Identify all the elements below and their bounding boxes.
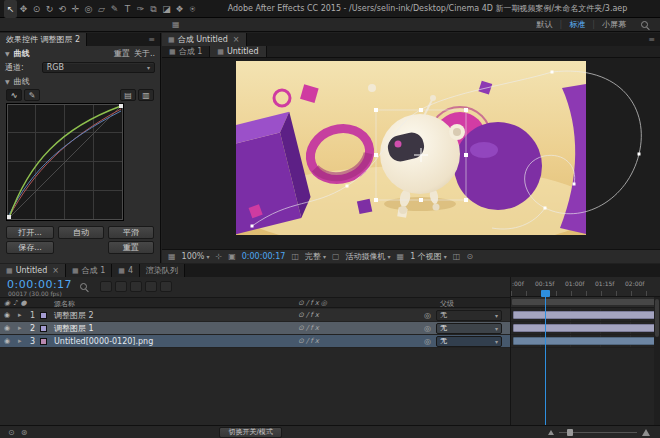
search-icon[interactable]: [641, 21, 648, 28]
timeline-vertical-scrollbar[interactable]: [654, 297, 660, 425]
source-name-header[interactable]: 源名称: [54, 299, 75, 309]
fx-switch-icon[interactable]: ∕fx: [306, 337, 321, 345]
about-effect-link[interactable]: 关于..: [134, 48, 155, 59]
roto-brush-tool-icon[interactable]: ❖: [173, 0, 186, 18]
camera-tool-icon[interactable]: ◎: [82, 0, 95, 18]
hand-tool-icon[interactable]: ✥: [17, 0, 30, 18]
layer-row-1[interactable]: ◉ ▸ 1 调整图层 2 ⊙∕fx ◎ 无▾: [0, 309, 510, 322]
view-layout-select[interactable]: 1 个视图 ▾: [410, 251, 447, 262]
layer-track-2[interactable]: [511, 322, 660, 335]
expand-icon[interactable]: ▸: [18, 322, 22, 335]
comp-timecode[interactable]: 0:00:00:17: [242, 252, 286, 261]
resolution-select[interactable]: 完整 ▾: [305, 251, 326, 262]
layer-switches[interactable]: ⊙∕fx: [298, 309, 321, 322]
workspace-tab-default[interactable]: 默认: [530, 18, 560, 32]
layer-track-1[interactable]: [511, 309, 660, 322]
fx-switch-icon[interactable]: ∕fx: [306, 324, 321, 332]
composition-viewer[interactable]: [162, 58, 660, 249]
layer-switches[interactable]: ⊙∕fx: [298, 322, 321, 335]
layer-name[interactable]: 调整图层 1: [54, 322, 94, 335]
layer-row-2[interactable]: ◉ ▸ 2 调整图层 1 ⊙∕fx ◎ 无▾: [0, 322, 510, 335]
brush-tool-icon[interactable]: ✑: [134, 0, 147, 18]
zoom-slider-handle[interactable]: [567, 429, 573, 436]
workspace-grid-icon[interactable]: ▦: [172, 20, 180, 29]
parent-header[interactable]: 父级: [440, 299, 454, 309]
reset-effect-link[interactable]: 重置: [114, 48, 130, 59]
orbit-camera-tool-icon[interactable]: ⟲: [56, 0, 69, 18]
eraser-tool-icon[interactable]: ◪: [160, 0, 173, 18]
eye-icon[interactable]: ◉: [4, 322, 10, 335]
reset-curve-button[interactable]: 重置: [108, 241, 154, 254]
layer-switches[interactable]: ⊙∕fx: [298, 335, 321, 348]
curve-options-icon[interactable]: ▥: [138, 89, 154, 101]
zoom-out-mountain-icon[interactable]: [548, 430, 554, 435]
mask-toggle-icon[interactable]: ▣: [228, 252, 236, 261]
frame-blend-icon[interactable]: [145, 281, 157, 292]
auto-button[interactable]: 自动: [58, 226, 104, 239]
zoom-slider-track[interactable]: [559, 432, 637, 433]
rotate-tool-icon[interactable]: ↻: [43, 0, 56, 18]
curve-preset-icon[interactable]: ▤: [120, 89, 136, 101]
parent-select[interactable]: 无▾: [436, 336, 502, 347]
tab-render-queue[interactable]: 渲染队列: [140, 264, 185, 277]
label-color-chip[interactable]: [40, 338, 47, 345]
panel-menu-icon[interactable]: ≡: [643, 33, 660, 46]
solo-icon[interactable]: ⊙: [298, 337, 306, 345]
timeline-zoom-control[interactable]: [548, 429, 650, 436]
type-tool-icon[interactable]: T: [121, 0, 134, 18]
tab-timeline-comp1[interactable]: ▦ 合成 1: [66, 264, 112, 277]
layer-duration-bar[interactable]: [513, 324, 658, 332]
curve-tool-icon[interactable]: ∿: [6, 89, 22, 101]
pixel-aspect-icon[interactable]: ◫: [453, 252, 461, 261]
comp-mini-flowchart-icon[interactable]: [100, 281, 112, 292]
fx-switch-icon[interactable]: ∕fx: [306, 311, 321, 319]
solo-icon[interactable]: ⊙: [298, 324, 306, 332]
parent-select[interactable]: 无▾: [436, 310, 502, 321]
channel-select[interactable]: RGB ▾: [42, 62, 155, 73]
expand-icon[interactable]: ▸: [18, 335, 22, 348]
roi-icon[interactable]: ▢: [332, 252, 340, 261]
shape-tool-icon[interactable]: ▱: [95, 0, 108, 18]
curves-editor[interactable]: [6, 103, 124, 221]
layer-name[interactable]: 调整图层 2: [54, 309, 94, 322]
eye-icon[interactable]: ◉: [4, 335, 10, 348]
layer-track-3[interactable]: [511, 335, 660, 348]
comp-tab-untitled[interactable]: ▦ Untitled: [210, 46, 266, 57]
pencil-tool-icon[interactable]: ✎: [24, 89, 40, 101]
close-icon[interactable]: ×: [52, 266, 59, 275]
draft-3d-icon[interactable]: [115, 281, 127, 292]
hide-shy-icon[interactable]: [130, 281, 142, 292]
solo-icon[interactable]: ⊙: [298, 311, 306, 319]
zoom-in-mountain-icon[interactable]: [642, 429, 650, 436]
playhead-line[interactable]: [545, 297, 546, 425]
clone-stamp-tool-icon[interactable]: ⧉: [147, 0, 160, 18]
layer-name[interactable]: Untitled[0000-0120].png: [54, 335, 153, 348]
workspace-tab-small-screen[interactable]: 小屏幕: [595, 18, 633, 32]
timeline-track-area[interactable]: :00f 00:15f 01:00f 01:15f 02:00f: [510, 277, 660, 425]
pan-behind-tool-icon[interactable]: ✛: [69, 0, 82, 18]
transparency-grid-icon[interactable]: ▦: [397, 252, 405, 261]
motion-blur-icon[interactable]: [160, 281, 172, 292]
close-icon[interactable]: ×: [233, 35, 240, 44]
camera-select[interactable]: 活动摄像机 ▾: [346, 251, 391, 262]
label-color-chip[interactable]: [40, 325, 47, 332]
collapse-icon[interactable]: ▼: [5, 50, 10, 57]
save-curve-button[interactable]: 保存...: [6, 241, 54, 254]
pen-tool-icon[interactable]: ✎: [108, 0, 121, 18]
tab-timeline-4[interactable]: ▦ 4: [112, 264, 140, 277]
snapshot-icon[interactable]: ◫: [291, 252, 299, 261]
label-color-chip[interactable]: [40, 312, 47, 319]
settings-gear-icon[interactable]: ⊛: [21, 428, 28, 437]
layer-duration-bar[interactable]: [513, 311, 658, 319]
eye-icon[interactable]: ◉: [4, 309, 10, 322]
layer-row-3[interactable]: ◉ ▸ 3 Untitled[0000-0120].png ⊙∕fx ◎ 无▾: [0, 335, 510, 348]
parent-pickwhip-icon[interactable]: ◎: [424, 322, 431, 335]
collapse-icon[interactable]: ▼: [5, 78, 10, 85]
workspace-tab-standard[interactable]: 标准: [562, 18, 592, 32]
toggle-switches-modes-button[interactable]: 切换开关/模式: [219, 427, 281, 438]
selection-tool-icon[interactable]: ↖: [4, 0, 17, 18]
always-preview-icon[interactable]: ▦: [168, 252, 176, 261]
smooth-button[interactable]: 平滑: [108, 226, 154, 239]
grid-guides-icon[interactable]: ⊹: [215, 252, 222, 261]
tab-effect-controls[interactable]: 效果控件 调整图层 2: [0, 33, 87, 46]
